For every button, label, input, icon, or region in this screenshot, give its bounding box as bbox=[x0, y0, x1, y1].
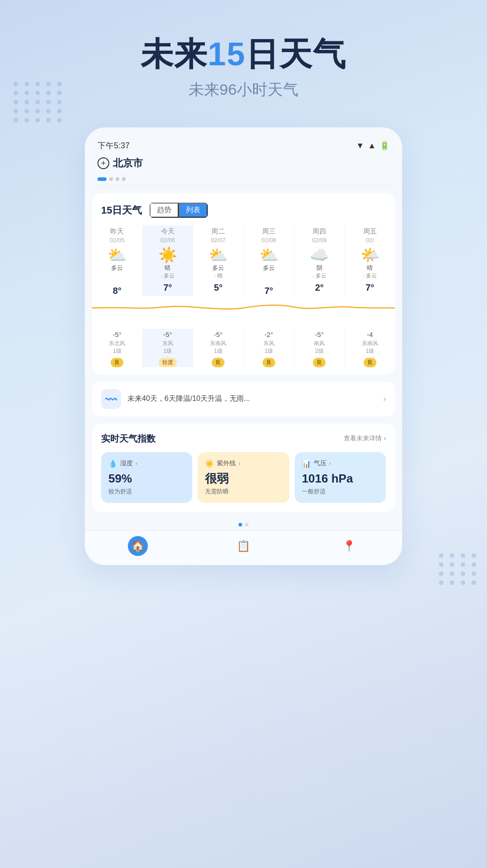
day-wind-2: 东南风1级 bbox=[195, 340, 242, 355]
day-date-5: 02/ bbox=[347, 237, 394, 244]
page-dot-4 bbox=[122, 177, 126, 181]
day-wind-3: 东风1级 bbox=[246, 340, 292, 355]
location-bar[interactable]: + 北京市 bbox=[85, 153, 402, 176]
day-low-3: -2° bbox=[246, 331, 292, 338]
humidity-arrow-icon: › bbox=[136, 460, 137, 467]
uv-arrow-icon: › bbox=[239, 460, 240, 467]
page-dot-3 bbox=[116, 177, 119, 181]
status-bar: 下午5:37 ▼ ▲ 🔋 bbox=[85, 137, 402, 153]
nav-item-home[interactable]: 🏠 bbox=[128, 536, 148, 556]
weather-card-title: 15日天气 bbox=[101, 204, 142, 217]
humidity-label: 湿度 bbox=[120, 459, 133, 468]
index-card-humidity[interactable]: 💧 湿度 › 59% 较为舒适 bbox=[101, 452, 192, 503]
page-dot-1 bbox=[97, 177, 107, 181]
humidity-desc: 较为舒适 bbox=[108, 488, 185, 496]
days-low-grid: -5° 东北风1级 良 -5° 东风1级 轻度 -5° 东南风1级 良 -2° … bbox=[92, 329, 395, 367]
decorative-dots-right bbox=[439, 553, 478, 585]
day-name-5: 周五 bbox=[347, 225, 394, 236]
add-location-icon[interactable]: + bbox=[97, 157, 109, 169]
page-dot-2 bbox=[109, 177, 113, 181]
day-col-5: 周五 02/ 🌤️ 晴 ↓多云 7° bbox=[345, 225, 395, 296]
humidity-value: 59% bbox=[108, 472, 185, 486]
day-aqi-4: 良 bbox=[313, 358, 326, 367]
day-icon-1: ☀️ bbox=[145, 247, 191, 263]
day-icon-5: 🌤️ bbox=[347, 247, 394, 263]
tab-trend[interactable]: 趋势 bbox=[150, 203, 179, 218]
day-name-4: 周四 bbox=[296, 225, 343, 236]
battery-icon: 🔋 bbox=[380, 141, 390, 151]
index-card-uv[interactable]: ☀️ 紫外线 › 很弱 无需防晒 bbox=[198, 452, 289, 503]
day-col-2: 周二 02/07 ⛅ 多云 ↓晴 5° bbox=[193, 225, 244, 296]
weather-card: 15日天气 趋势 列表 昨天 02/05 ⛅ 多云 8° bbox=[92, 193, 395, 374]
day-high-4: 2° bbox=[296, 283, 343, 293]
temp-curve-svg bbox=[92, 299, 395, 326]
tab-group[interactable]: 趋势 列表 bbox=[149, 202, 208, 218]
day-condition-2: 多云 bbox=[195, 264, 242, 272]
uv-label: 紫外线 bbox=[217, 459, 236, 468]
day-low-col-5: -4 东南风1级 良 bbox=[345, 329, 395, 367]
index-card-pressure[interactable]: 📊 气压 › 1016 hPa 一般舒适 bbox=[295, 452, 386, 503]
status-time: 下午5:37 bbox=[97, 140, 130, 151]
tab-list[interactable]: 列表 bbox=[179, 203, 208, 218]
day-name-0: 昨天 bbox=[94, 225, 141, 236]
day-low-2: -5° bbox=[195, 331, 242, 338]
day-col-0: 昨天 02/05 ⛅ 多云 8° bbox=[92, 225, 143, 296]
day-date-2: 02/07 bbox=[195, 237, 242, 244]
day-low-4: -5° bbox=[296, 331, 343, 338]
day-icon-4: ☁️ bbox=[296, 247, 343, 263]
index-label-humidity: 💧 湿度 › bbox=[108, 459, 185, 468]
day-name-1: 今天 bbox=[145, 225, 191, 236]
humidity-icon: 💧 bbox=[108, 459, 117, 468]
hero-title-suffix: 日天气 bbox=[246, 36, 346, 72]
hero-title: 未来15日天气 bbox=[0, 36, 487, 72]
days-grid: 昨天 02/05 ⛅ 多云 8° 今天 02/06 ☀️ 晴 ↓多云 7° bbox=[92, 225, 395, 296]
day-low-5: -4 bbox=[347, 331, 394, 338]
day-name-3: 周三 bbox=[246, 225, 292, 236]
home-nav-icon: 🏠 bbox=[128, 536, 148, 556]
forecast-notice[interactable]: 未来40天，6天降温/10天升温，无雨... › bbox=[92, 382, 395, 416]
pressure-label: 气压 bbox=[314, 459, 326, 468]
uv-icon: ☀️ bbox=[205, 459, 214, 468]
phone-divider bbox=[94, 185, 393, 186]
bottom-page-dots bbox=[85, 519, 402, 530]
pressure-desc: 一般舒适 bbox=[302, 488, 379, 496]
index-label-pressure: 📊 气压 › bbox=[302, 459, 379, 468]
day-icon-3: ⛅ bbox=[246, 247, 292, 263]
nav-item-location[interactable]: 📍 bbox=[339, 536, 359, 556]
day-aqi-5: 良 bbox=[364, 358, 376, 367]
day-wind-0: 东北风1级 bbox=[94, 340, 141, 355]
day-aqi-3: 良 bbox=[263, 358, 275, 367]
day-high-2: 5° bbox=[195, 283, 242, 293]
day-condition-5: 晴 bbox=[347, 264, 394, 272]
hero-title-prefix: 未来 bbox=[141, 36, 208, 72]
signal-icon: ▲ bbox=[368, 141, 376, 151]
page-indicator bbox=[85, 177, 402, 185]
status-icons: ▼ ▲ 🔋 bbox=[356, 141, 390, 151]
pressure-value: 1016 hPa bbox=[302, 472, 379, 486]
phone-wrapper: 下午5:37 ▼ ▲ 🔋 + 北京市 15日天气 趋势 bbox=[0, 127, 487, 565]
indices-header: 实时天气指数 查看未来详情 › bbox=[101, 433, 386, 445]
day-condition-0: 多云 bbox=[94, 264, 141, 272]
day-condition-sub-2: ↓晴 bbox=[195, 272, 242, 280]
day-wind-5: 东南风1级 bbox=[347, 340, 394, 355]
day-condition-sub-4: ↓多云 bbox=[296, 272, 343, 280]
nav-item-list[interactable]: 📋 bbox=[234, 536, 253, 556]
day-low-col-1: -5° 东风1级 轻度 bbox=[143, 329, 194, 367]
bottom-dot-2 bbox=[245, 523, 248, 527]
day-date-0: 02/05 bbox=[94, 237, 141, 244]
day-condition-sub-5: ↓多云 bbox=[347, 272, 394, 280]
day-wind-4: 南风2级 bbox=[296, 340, 343, 355]
notice-text: 未来40天，6天降温/10天升温，无雨... bbox=[127, 394, 377, 404]
day-low-col-3: -2° 东风1级 良 bbox=[244, 329, 295, 367]
index-label-uv: ☀️ 紫外线 › bbox=[205, 459, 282, 468]
day-wind-1: 东风1级 bbox=[145, 340, 191, 355]
day-icon-2: ⛅ bbox=[195, 247, 242, 263]
location-name: 北京市 bbox=[113, 156, 143, 170]
bottom-nav: 🏠 📋 📍 bbox=[85, 530, 402, 565]
indices-title: 实时天气指数 bbox=[101, 433, 156, 445]
indices-link[interactable]: 查看未来详情 › bbox=[344, 434, 386, 443]
day-low-0: -5° bbox=[94, 331, 141, 338]
temperature-curve bbox=[92, 299, 395, 326]
day-aqi-1: 轻度 bbox=[159, 358, 177, 367]
day-col-1: 今天 02/06 ☀️ 晴 ↓多云 7° bbox=[143, 225, 194, 296]
